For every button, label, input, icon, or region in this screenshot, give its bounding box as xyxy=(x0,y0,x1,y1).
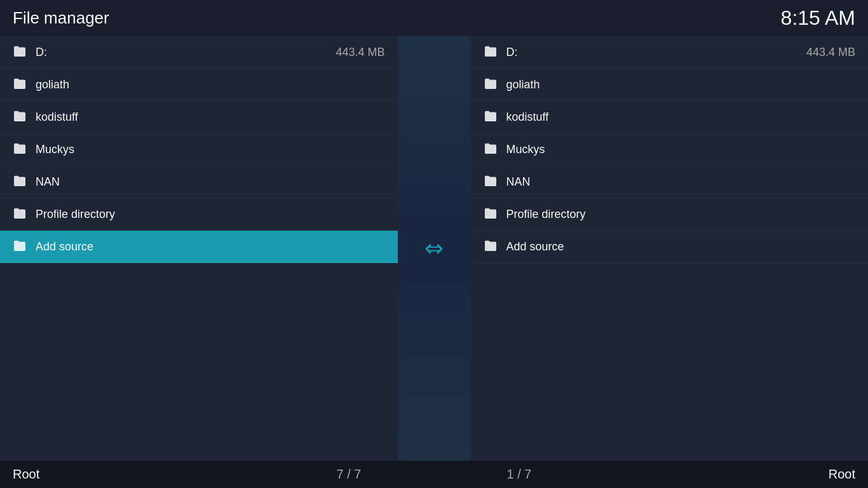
footer-left: Root 7 / 7 xyxy=(13,467,398,482)
folder-icon xyxy=(13,110,36,124)
folder-icon xyxy=(484,45,506,59)
file-name: goliath xyxy=(506,78,856,92)
middle-panel: ⇔ xyxy=(398,36,471,461)
file-size: 443.4 MB xyxy=(336,46,384,59)
folder-icon xyxy=(484,240,506,254)
file-name: D: xyxy=(506,46,806,59)
folder-icon xyxy=(13,45,36,59)
right-list-item[interactable]: NAN xyxy=(471,166,869,198)
folder-icon xyxy=(13,78,36,92)
main-content: D: 443.4 MB goliath kodistuff Muckys NAN xyxy=(0,36,868,461)
right-list-item[interactable]: goliath xyxy=(471,69,869,101)
file-name: Muckys xyxy=(506,143,856,156)
file-name: Profile directory xyxy=(506,208,856,221)
left-footer-label: Root xyxy=(13,467,39,482)
file-name: Add source xyxy=(506,240,856,254)
left-list-item[interactable]: Profile directory xyxy=(0,198,398,231)
left-list-item[interactable]: Muckys xyxy=(0,133,398,166)
right-list-item[interactable]: kodistuff xyxy=(471,101,869,133)
footer-middle xyxy=(398,467,471,482)
right-footer-label: Root xyxy=(829,467,855,482)
left-file-list: D: 443.4 MB goliath kodistuff Muckys NAN xyxy=(0,36,398,461)
folder-icon xyxy=(13,240,36,254)
left-footer-count: 7 / 7 xyxy=(337,467,362,482)
header: File manager 8:15 AM xyxy=(0,0,868,36)
file-name: Muckys xyxy=(36,143,385,156)
right-list-item[interactable]: Muckys xyxy=(471,133,869,166)
folder-icon xyxy=(484,110,506,124)
right-footer-count: 1 / 7 xyxy=(507,467,532,482)
folder-icon xyxy=(484,207,506,221)
file-size: 443.4 MB xyxy=(806,46,855,59)
right-list-item[interactable]: Profile directory xyxy=(471,198,869,231)
left-list-item[interactable]: Add source xyxy=(0,231,398,263)
right-pane: D: 443.4 MB goliath kodistuff Muckys NAN xyxy=(471,36,869,461)
left-list-item[interactable]: D: 443.4 MB xyxy=(0,36,398,69)
folder-icon xyxy=(484,142,506,156)
file-name: Add source xyxy=(36,240,385,254)
right-list-item[interactable]: Add source xyxy=(471,231,869,263)
right-list-item[interactable]: D: 443.4 MB xyxy=(471,36,869,69)
folder-icon xyxy=(484,175,506,189)
file-name: NAN xyxy=(506,175,856,189)
left-list-item[interactable]: kodistuff xyxy=(0,101,398,133)
app-title: File manager xyxy=(13,8,109,28)
footer-right: 1 / 7 Root xyxy=(471,467,856,482)
clock: 8:15 AM xyxy=(781,6,855,30)
left-list-item[interactable]: NAN xyxy=(0,166,398,198)
left-list-item[interactable]: goliath xyxy=(0,69,398,101)
file-name: kodistuff xyxy=(506,111,856,124)
transfer-icon: ⇔ xyxy=(424,235,444,262)
footer: Root 7 / 7 1 / 7 Root xyxy=(0,461,868,488)
folder-icon xyxy=(13,142,36,156)
file-name: Profile directory xyxy=(36,208,385,221)
file-name: NAN xyxy=(36,175,385,189)
folder-icon xyxy=(13,175,36,189)
folder-icon xyxy=(484,78,506,92)
right-file-list: D: 443.4 MB goliath kodistuff Muckys NAN xyxy=(471,36,869,461)
file-name: D: xyxy=(36,46,336,59)
left-pane: D: 443.4 MB goliath kodistuff Muckys NAN xyxy=(0,36,398,461)
file-name: kodistuff xyxy=(36,111,385,124)
folder-icon xyxy=(13,207,36,221)
file-name: goliath xyxy=(36,78,385,92)
